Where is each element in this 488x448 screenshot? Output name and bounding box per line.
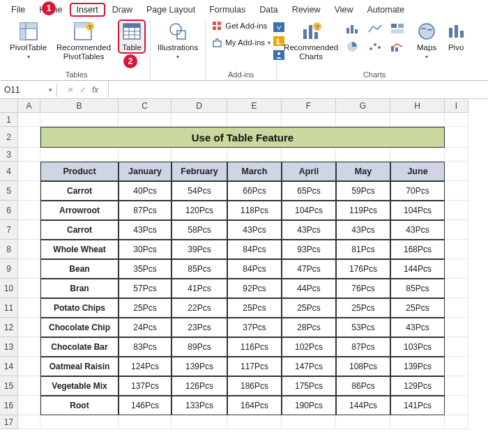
- table-cell[interactable]: 25Pcs: [227, 298, 282, 318]
- row-header[interactable]: 17: [0, 415, 18, 429]
- table-cell[interactable]: 25Pcs: [282, 298, 336, 318]
- col-header[interactable]: H: [390, 99, 445, 113]
- row-header[interactable]: 16: [0, 396, 18, 415]
- table-header[interactable]: June: [390, 162, 445, 181]
- table-cell[interactable]: 25Pcs: [119, 298, 171, 318]
- row-header[interactable]: 5: [0, 181, 18, 201]
- table-cell[interactable]: 144Pcs: [390, 259, 445, 279]
- row-header[interactable]: 8: [0, 240, 18, 259]
- row-header[interactable]: 14: [0, 357, 18, 376]
- table-cell[interactable]: 103Pcs: [390, 337, 445, 357]
- row-header[interactable]: 4: [0, 162, 18, 181]
- table-cell[interactable]: 53Pcs: [336, 318, 390, 337]
- table-cell[interactable]: 129Pcs: [390, 376, 445, 396]
- table-cell-product[interactable]: Oatmeal Raisin: [40, 357, 119, 376]
- col-header[interactable]: F: [282, 99, 336, 113]
- table-cell-product[interactable]: Arrowroot: [40, 201, 119, 220]
- table-cell[interactable]: 25Pcs: [390, 298, 445, 318]
- table-cell[interactable]: 81Pcs: [336, 240, 390, 259]
- table-cell[interactable]: 76Pcs: [336, 279, 390, 298]
- table-cell[interactable]: 41Pcs: [171, 279, 227, 298]
- table-cell-product[interactable]: Bran: [40, 279, 119, 298]
- tab-data[interactable]: Data: [252, 3, 284, 17]
- table-cell[interactable]: 44Pcs: [282, 279, 336, 298]
- table-cell-product[interactable]: Carrot: [40, 220, 119, 240]
- tab-draw[interactable]: Draw: [105, 3, 139, 17]
- table-cell[interactable]: 43Pcs: [119, 220, 171, 240]
- table-cell[interactable]: 186Pcs: [227, 376, 282, 396]
- recommended-charts-button[interactable]: ? Recommended Charts: [281, 20, 341, 62]
- table-cell[interactable]: 40Pcs: [119, 181, 171, 201]
- table-header[interactable]: May: [336, 162, 390, 181]
- row-header[interactable]: 11: [0, 298, 18, 318]
- table-cell[interactable]: 65Pcs: [282, 181, 336, 201]
- table-cell[interactable]: 59Pcs: [336, 181, 390, 201]
- table-cell[interactable]: 87Pcs: [119, 201, 171, 220]
- table-cell[interactable]: 83Pcs: [119, 337, 171, 357]
- table-cell[interactable]: 85Pcs: [171, 259, 227, 279]
- table-button[interactable]: Table 2: [118, 20, 146, 54]
- table-cell[interactable]: 137Pcs: [119, 376, 171, 396]
- table-cell-product[interactable]: Vegetable Mix: [40, 376, 119, 396]
- pivotchart-button[interactable]: Pivo: [444, 20, 468, 54]
- scatter-chart-button[interactable]: [367, 40, 387, 56]
- table-cell[interactable]: 66Pcs: [227, 181, 282, 201]
- formula-bar[interactable]: [108, 81, 488, 98]
- row-header[interactable]: 12: [0, 318, 18, 337]
- table-cell[interactable]: 133Pcs: [171, 396, 227, 415]
- pie-chart-button[interactable]: [345, 40, 365, 56]
- tab-review[interactable]: Review: [285, 3, 328, 17]
- table-cell[interactable]: 22Pcs: [171, 298, 227, 318]
- table-cell[interactable]: 28Pcs: [282, 318, 336, 337]
- table-cell[interactable]: 57Pcs: [119, 279, 171, 298]
- table-cell[interactable]: 43Pcs: [390, 220, 445, 240]
- table-cell[interactable]: 144Pcs: [336, 396, 390, 415]
- table-cell[interactable]: 124Pcs: [119, 357, 171, 376]
- table-header[interactable]: Product: [40, 162, 119, 181]
- table-cell[interactable]: 164Pcs: [227, 396, 282, 415]
- table-cell[interactable]: 119Pcs: [336, 201, 390, 220]
- row-header[interactable]: 10: [0, 279, 18, 298]
- table-cell[interactable]: 92Pcs: [227, 279, 282, 298]
- row-header[interactable]: 2: [0, 127, 18, 148]
- col-header[interactable]: C: [119, 99, 171, 113]
- table-cell[interactable]: 139Pcs: [171, 357, 227, 376]
- table-cell[interactable]: 168Pcs: [390, 240, 445, 259]
- row-header[interactable]: 7: [0, 220, 18, 240]
- fx-icon[interactable]: fx: [92, 85, 98, 95]
- table-cell[interactable]: 37Pcs: [227, 318, 282, 337]
- table-cell[interactable]: 43Pcs: [282, 220, 336, 240]
- cancel-icon[interactable]: ✕: [67, 85, 74, 95]
- table-cell[interactable]: 104Pcs: [390, 201, 445, 220]
- line-chart-button[interactable]: [367, 22, 387, 38]
- get-addins-button[interactable]: Get Add-ins: [210, 20, 268, 32]
- table-cell[interactable]: 86Pcs: [336, 376, 390, 396]
- cells-area[interactable]: Use of Table FeatureProductJanuaryFebrua…: [18, 113, 468, 429]
- tab-insert[interactable]: Insert: [70, 3, 105, 17]
- table-cell[interactable]: 43Pcs: [336, 220, 390, 240]
- table-cell[interactable]: 23Pcs: [171, 318, 227, 337]
- tab-home[interactable]: Home 1: [32, 3, 69, 17]
- tab-automate[interactable]: Automate: [360, 3, 412, 17]
- table-header[interactable]: April: [282, 162, 336, 181]
- column-chart-button[interactable]: [345, 22, 365, 38]
- table-cell[interactable]: 108Pcs: [336, 357, 390, 376]
- row-header[interactable]: 9: [0, 259, 18, 279]
- tab-pagelayout[interactable]: Page Layout: [139, 3, 202, 17]
- row-header[interactable]: 1: [0, 113, 18, 127]
- table-cell[interactable]: 24Pcs: [119, 318, 171, 337]
- table-cell[interactable]: 54Pcs: [171, 181, 227, 201]
- table-cell[interactable]: 84Pcs: [227, 259, 282, 279]
- table-cell[interactable]: 30Pcs: [119, 240, 171, 259]
- col-header[interactable]: B: [40, 99, 119, 113]
- table-cell[interactable]: 118Pcs: [227, 201, 282, 220]
- col-header[interactable]: G: [336, 99, 390, 113]
- row-header[interactable]: 6: [0, 201, 18, 220]
- table-cell-product[interactable]: Chocolate Bar: [40, 337, 119, 357]
- row-header[interactable]: 3: [0, 148, 18, 162]
- table-cell[interactable]: 58Pcs: [171, 220, 227, 240]
- table-cell[interactable]: 146Pcs: [119, 396, 171, 415]
- table-cell[interactable]: 139Pcs: [390, 357, 445, 376]
- table-header[interactable]: January: [119, 162, 171, 181]
- table-cell[interactable]: 175Pcs: [282, 376, 336, 396]
